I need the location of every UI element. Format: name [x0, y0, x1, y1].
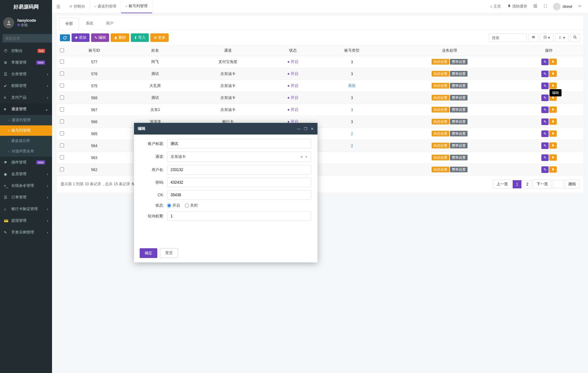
modal-overlay: 编辑 — ❐ ✕ 账户标题: 通道: 京东油卡 ✕ ▼ 用户名: — [0, 0, 588, 197]
edit-modal: 编辑 — ❐ ✕ 账户标题: 通道: 京东油卡 ✕ ▼ 用户名: — [134, 123, 317, 197]
caret-down-icon: ▼ — [305, 155, 308, 158]
username-label: 用户名: — [140, 167, 167, 173]
channel-label: 通道: — [140, 154, 167, 159]
password-input[interactable] — [167, 178, 311, 187]
ck-label: CK: — [140, 193, 167, 197]
password-label: 密码: — [140, 180, 167, 185]
title-input[interactable] — [167, 139, 311, 148]
modal-title: 编辑 — [138, 126, 145, 131]
username-input[interactable] — [167, 165, 311, 175]
title-label: 账户标题: — [140, 141, 167, 146]
maximize-icon[interactable]: ❐ — [304, 127, 307, 131]
minimize-icon[interactable]: — — [297, 127, 301, 131]
clear-icon[interactable]: ✕ — [300, 155, 303, 159]
channel-select[interactable]: 京东油卡 ✕ ▼ — [167, 152, 311, 162]
close-icon[interactable]: ✕ — [311, 127, 314, 131]
ck-input[interactable] — [167, 190, 311, 197]
modal-body: 账户标题: 通道: 京东油卡 ✕ ▼ 用户名: 密码: CK: — [134, 135, 317, 197]
modal-header[interactable]: 编辑 — ❐ ✕ — [134, 123, 317, 135]
